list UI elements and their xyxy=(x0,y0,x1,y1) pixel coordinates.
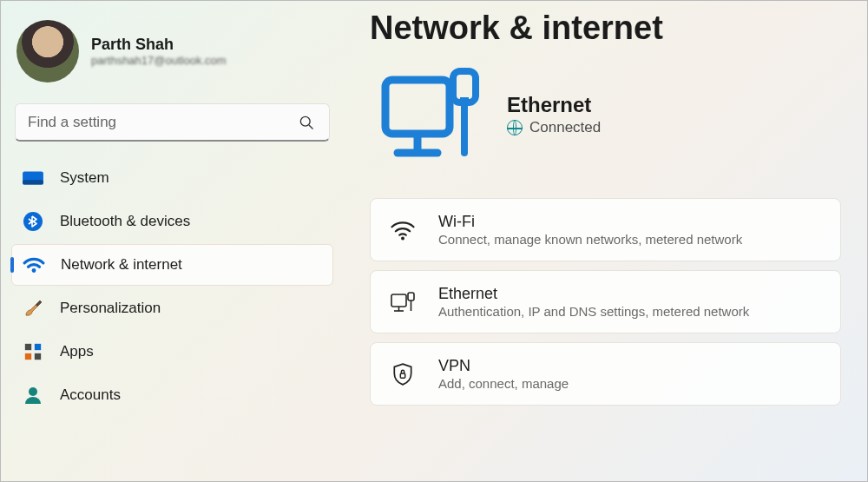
wifi-icon xyxy=(23,254,45,276)
svg-rect-6 xyxy=(25,344,31,350)
main-content: Network & internet Ethernet Connected Wi… xyxy=(344,1,867,481)
page-title: Network & internet xyxy=(370,10,841,47)
svg-point-5 xyxy=(32,268,36,273)
nav-list: System Bluetooth & devices Network & int… xyxy=(11,157,333,416)
wifi-card-icon xyxy=(390,218,416,242)
card-wifi[interactable]: Wi-Fi Connect, manage known networks, me… xyxy=(370,198,841,261)
avatar xyxy=(16,20,79,83)
sidebar-item-label: Network & internet xyxy=(61,256,182,274)
sidebar-item-label: Accounts xyxy=(60,386,121,404)
sidebar-item-network[interactable]: Network & internet xyxy=(11,244,333,286)
search-box[interactable] xyxy=(15,103,330,142)
globe-icon xyxy=(507,120,523,135)
svg-point-17 xyxy=(401,236,404,240)
user-name: Parth Shah xyxy=(91,36,227,54)
sidebar-item-bluetooth[interactable]: Bluetooth & devices xyxy=(11,201,333,242)
user-header[interactable]: Parth Shah parthshah17@outlook.com xyxy=(11,15,333,95)
card-ethernet[interactable]: Ethernet Authentication, IP and DNS sett… xyxy=(370,270,841,333)
card-subtitle: Add, connect, manage xyxy=(438,376,569,391)
svg-rect-23 xyxy=(400,373,404,377)
card-title: VPN xyxy=(438,357,569,375)
svg-rect-18 xyxy=(391,294,406,307)
svg-line-1 xyxy=(309,124,313,129)
sidebar: Parth Shah parthshah17@outlook.com Syste… xyxy=(1,1,344,481)
sidebar-item-label: Apps xyxy=(60,343,94,360)
sidebar-item-label: Bluetooth & devices xyxy=(60,213,190,230)
system-icon xyxy=(22,167,44,189)
svg-rect-11 xyxy=(385,80,450,134)
card-subtitle: Connect, manage known networks, metered … xyxy=(438,232,742,247)
sidebar-item-personalization[interactable]: Personalization xyxy=(11,287,333,329)
vpn-card-icon xyxy=(390,362,416,386)
card-vpn[interactable]: VPN Add, connect, manage xyxy=(370,342,841,406)
apps-icon xyxy=(22,340,44,363)
user-email: parthshah17@outlook.com xyxy=(91,54,227,67)
sidebar-item-label: System xyxy=(60,169,109,187)
sidebar-item-system[interactable]: System xyxy=(11,157,333,199)
card-title: Wi-Fi xyxy=(438,213,742,231)
svg-rect-3 xyxy=(23,180,43,184)
search-input[interactable] xyxy=(28,114,296,131)
accounts-icon xyxy=(22,384,44,406)
brush-icon xyxy=(22,297,44,320)
card-subtitle: Authentication, IP and DNS settings, met… xyxy=(438,304,749,319)
sidebar-item-apps[interactable]: Apps xyxy=(11,331,333,373)
status-name: Ethernet xyxy=(507,93,601,117)
status-state: Connected xyxy=(529,119,601,136)
bluetooth-icon xyxy=(22,210,44,233)
connection-status[interactable]: Ethernet Connected xyxy=(370,63,841,167)
search-icon xyxy=(296,111,317,134)
sidebar-item-accounts[interactable]: Accounts xyxy=(11,374,333,416)
card-title: Ethernet xyxy=(438,285,749,303)
ethernet-status-icon xyxy=(378,63,483,167)
svg-rect-9 xyxy=(35,353,41,360)
sidebar-item-label: Personalization xyxy=(60,300,161,317)
ethernet-card-icon xyxy=(390,290,416,314)
svg-rect-21 xyxy=(408,293,414,300)
svg-point-0 xyxy=(300,116,310,126)
svg-rect-8 xyxy=(25,353,31,360)
svg-rect-7 xyxy=(35,344,41,350)
svg-point-10 xyxy=(29,387,37,396)
